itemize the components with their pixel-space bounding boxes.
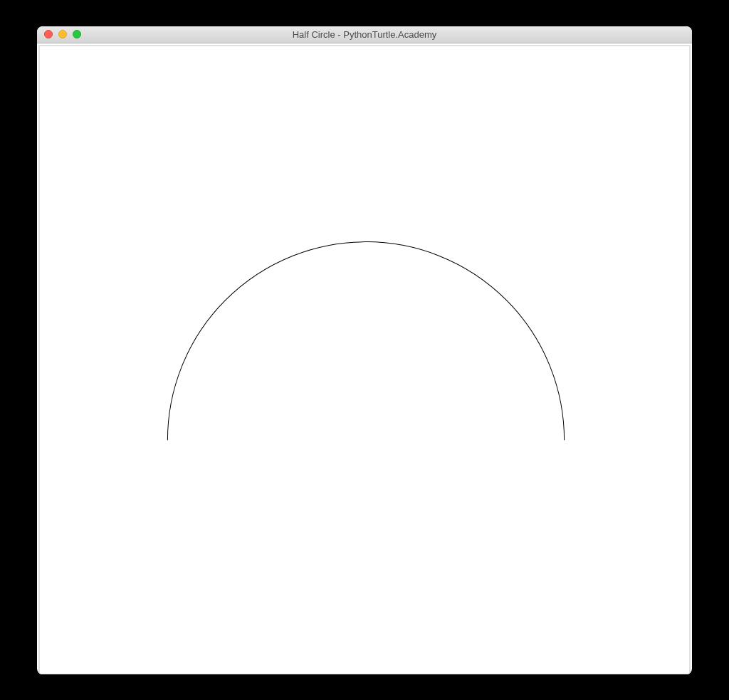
traffic-lights bbox=[37, 30, 81, 38]
titlebar[interactable]: Half Circle - PythonTurtle.Academy bbox=[37, 26, 692, 43]
close-button[interactable] bbox=[44, 30, 53, 38]
minimize-button[interactable] bbox=[58, 30, 67, 38]
app-window: Half Circle - PythonTurtle.Academy bbox=[37, 26, 692, 674]
zoom-button[interactable] bbox=[73, 30, 81, 38]
turtle-canvas bbox=[40, 46, 689, 674]
window-title: Half Circle - PythonTurtle.Academy bbox=[37, 29, 692, 40]
canvas-area bbox=[38, 45, 691, 674]
half-circle-arc bbox=[167, 241, 564, 440]
